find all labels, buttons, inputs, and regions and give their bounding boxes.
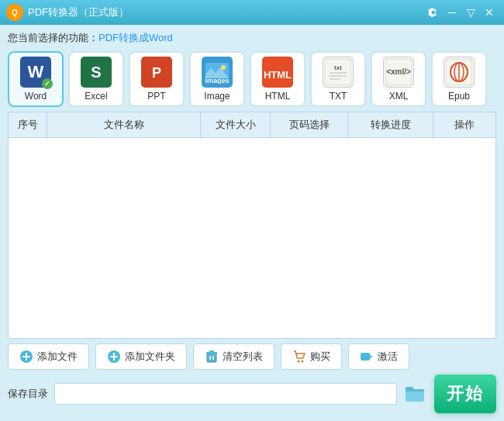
add-folder-icon [107, 350, 121, 364]
svg-point-9 [221, 65, 226, 70]
save-start-row: 保存目录 开始 [8, 374, 496, 413]
svg-rect-31 [206, 352, 217, 354]
maximize-button[interactable]: ▽ [462, 4, 479, 21]
title-bar: Q PDF转换器（正式版） ─ ▽ ✕ [0, 0, 504, 25]
status-highlight: PDF转换成Word [98, 32, 173, 43]
word-label: Word [25, 91, 47, 102]
excel-label: Excel [85, 91, 107, 102]
format-image[interactable]: images Image [189, 51, 245, 107]
add-file-button[interactable]: 添加文件 [8, 343, 89, 370]
activate-label: 激活 [378, 350, 398, 364]
app-title: PDF转换器（正式版） [28, 5, 129, 19]
format-word[interactable]: W ✓ Word [8, 51, 64, 107]
bottom-buttons: 添加文件 添加文件夹 清空列表 [8, 343, 496, 370]
format-excel[interactable]: S Excel [68, 51, 124, 107]
svg-text:txt: txt [334, 64, 342, 71]
activate-button[interactable]: 激活 [348, 343, 409, 370]
clear-list-button[interactable]: 清空列表 [193, 343, 274, 370]
clear-list-icon [205, 350, 219, 364]
svg-text:<xml/>: <xml/> [386, 67, 411, 76]
image-icon: images [202, 57, 233, 88]
status-bar: 您当前选择的功能：PDF转换成Word [8, 29, 496, 47]
activate-icon [360, 350, 374, 364]
col-number: 序号 [9, 112, 47, 137]
col-action: 操作 [433, 112, 495, 137]
svg-rect-32 [209, 350, 214, 352]
status-prefix: 您当前选择的功能： [8, 32, 98, 43]
format-ppt[interactable]: P PPT [129, 51, 185, 107]
browse-folder-button[interactable] [403, 383, 426, 405]
format-row: W ✓ Word S Excel P PPT [8, 51, 496, 107]
svg-point-35 [298, 361, 300, 363]
word-icon: W ✓ [20, 57, 51, 88]
col-page: 页码选择 [271, 112, 348, 137]
clear-list-label: 清空列表 [223, 350, 263, 364]
svg-text:images: images [205, 77, 229, 84]
start-button[interactable]: 开始 [434, 374, 496, 413]
svg-text:S: S [91, 64, 101, 81]
add-folder-label: 添加文件夹 [125, 350, 175, 364]
minimize-button[interactable]: ─ [444, 4, 461, 21]
buy-label: 购买 [310, 350, 330, 364]
save-path-row: 保存目录 [8, 383, 426, 405]
format-html[interactable]: HTML HTML [250, 51, 306, 107]
file-table: 序号 文件名称 文件大小 页码选择 转换进度 操作 [8, 112, 496, 339]
save-path-input[interactable] [54, 383, 397, 405]
add-file-icon [19, 350, 33, 364]
format-epub[interactable]: Epub [431, 51, 487, 107]
svg-rect-13 [325, 59, 351, 85]
title-bar-right: ─ ▽ ✕ [425, 4, 498, 21]
txt-icon: txt [323, 57, 354, 88]
col-progress: 转换进度 [348, 112, 433, 137]
svg-rect-37 [361, 353, 370, 361]
app-logo: Q [6, 4, 23, 21]
svg-rect-30 [207, 354, 216, 362]
table-body [9, 138, 495, 337]
epub-label: Epub [448, 91, 470, 102]
add-folder-button[interactable]: 添加文件夹 [95, 343, 187, 370]
format-txt[interactable]: txt TXT [310, 51, 366, 107]
table-header: 序号 文件名称 文件大小 页码选择 转换进度 操作 [9, 112, 495, 138]
xml-label: XML [389, 91, 409, 102]
word-check-badge: ✓ [42, 78, 53, 89]
format-xml[interactable]: <xml/> XML [371, 51, 426, 107]
buy-icon [292, 350, 306, 364]
add-file-label: 添加文件 [37, 350, 78, 364]
xml-icon: <xml/> [383, 57, 414, 88]
save-path-label: 保存目录 [8, 387, 48, 401]
excel-icon: S [81, 57, 112, 88]
svg-text:HTML: HTML [264, 69, 292, 81]
buy-button[interactable]: 购买 [281, 343, 342, 370]
svg-text:P: P [152, 65, 161, 81]
close-button[interactable]: ✕ [481, 4, 498, 21]
epub-icon [444, 57, 475, 88]
title-bar-left: Q PDF转换器（正式版） [6, 4, 129, 21]
svg-point-36 [302, 361, 304, 363]
ppt-icon: P [141, 57, 172, 88]
settings-icon[interactable] [425, 4, 442, 21]
txt-label: TXT [330, 91, 347, 102]
col-filename: 文件名称 [47, 112, 201, 137]
ppt-label: PPT [147, 91, 165, 102]
html-icon: HTML [262, 57, 293, 88]
col-filesize: 文件大小 [201, 112, 271, 137]
main-container: 您当前选择的功能：PDF转换成Word W ✓ Word S Excel [0, 25, 504, 421]
html-label: HTML [265, 91, 291, 102]
svg-marker-38 [370, 355, 373, 358]
save-left: 保存目录 [8, 383, 426, 405]
image-label: Image [204, 91, 230, 102]
svg-text:Q: Q [12, 9, 18, 17]
